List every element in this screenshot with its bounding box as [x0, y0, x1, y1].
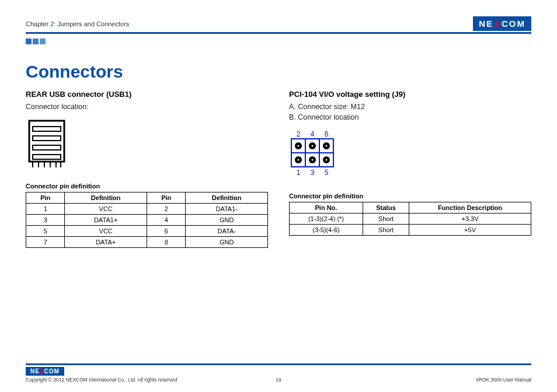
svg-point-26 [298, 159, 300, 161]
j9-diagram: 2 4 6 [289, 128, 531, 184]
j9-line-a: A. Connector size: M12 [289, 102, 531, 113]
th-def: Definition [65, 192, 147, 203]
pin-label: 2 [297, 130, 301, 138]
th-pin: Pin [26, 192, 65, 203]
j9-info: A. Connector size: M12 B. Connector loca… [289, 102, 531, 123]
th-status: Status [363, 202, 409, 214]
footer-logo: NEXCOM [26, 367, 64, 376]
svg-rect-1 [33, 127, 61, 131]
pin-label: 1 [297, 169, 301, 177]
usb-heading: REAR USB connector (USB1) [26, 90, 268, 99]
table-row: 7 DATA+ 8 GND [26, 236, 268, 247]
svg-point-27 [312, 159, 314, 161]
pin-label: 3 [311, 169, 315, 177]
svg-rect-3 [33, 145, 61, 150]
th-pinno: Pin No. [290, 202, 363, 214]
svg-rect-4 [33, 155, 61, 159]
th-func: Function Description [409, 202, 531, 214]
table-row: 3 DATA1+ 4 GND [26, 214, 268, 225]
j9-table-label: Connector pin definition [289, 192, 531, 200]
page-number: 19 [276, 377, 281, 383]
pin-label: 6 [325, 130, 329, 138]
table-row: 1 VCC 2 DATA1- [26, 203, 268, 214]
j9-jumper-icon: 2 4 6 [289, 128, 342, 180]
left-column: REAR USB connector (USB1) Connector loca… [26, 90, 268, 248]
svg-rect-2 [33, 136, 61, 141]
usb-connector-diagram [26, 118, 268, 174]
table-row: 5 VCC 6 DATA- [26, 225, 268, 236]
usb-connector-icon [26, 118, 68, 170]
j9-heading: PCI-104 VI/O voltage setting (J9) [289, 90, 531, 99]
decorative-squares [26, 38, 531, 44]
right-column: PCI-104 VI/O voltage setting (J9) A. Con… [289, 90, 531, 248]
usb-table-label: Connector pin definition [26, 183, 268, 190]
usb-pin-table: Pin Definition Pin Definition 1 VCC 2 DA… [26, 192, 268, 248]
table-row: (1-3)(2-4) (*) Short +3.3V [290, 214, 531, 225]
pin-label: 5 [325, 169, 329, 177]
pin-label: 4 [311, 130, 315, 138]
j9-pin-table: Pin No. Status Function Description (1-3… [289, 202, 531, 236]
svg-point-23 [298, 145, 300, 147]
page-header: Chapter 2: Jumpers and Connectors NEXCOM [26, 16, 531, 34]
svg-point-28 [326, 159, 328, 161]
manual-name: nROK 3000 User Manual [476, 377, 531, 383]
svg-point-25 [326, 145, 328, 147]
logo-text-pre: NE [479, 19, 493, 29]
chapter-title: Chapter 2: Jumpers and Connectors [26, 20, 129, 27]
svg-point-24 [312, 145, 314, 147]
j9-line-b: B. Connector location [289, 113, 531, 123]
th-pin2: Pin [147, 192, 185, 203]
table-row: (3-5)(4-6) Short +5V [290, 225, 531, 236]
nexcom-logo: NEXCOM [473, 16, 531, 31]
logo-text-post: COM [502, 19, 525, 29]
page-footer: NEXCOM Copyright © 2012 NEXCOM Internati… [26, 363, 531, 383]
usb-location-label: Connector location: [26, 102, 268, 113]
logo-text-x: X [494, 19, 501, 29]
page-title: Connectors [26, 62, 531, 82]
th-def2: Definition [186, 192, 268, 203]
copyright-text: Copyright © 2012 NEXCOM International Co… [26, 377, 177, 383]
